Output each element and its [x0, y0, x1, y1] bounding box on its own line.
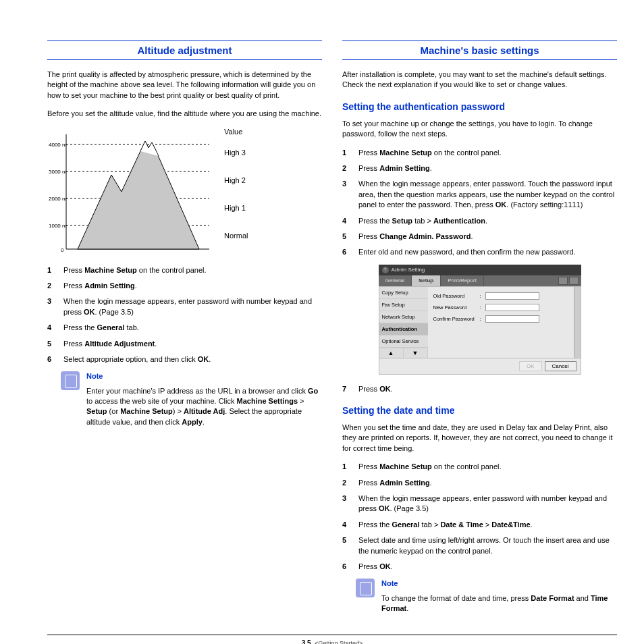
- ui-titlebar: ?Admin Setting: [379, 265, 581, 275]
- level-high2: High 2: [224, 176, 248, 185]
- two-column-layout: Altitude adjustment The print quality is…: [47, 41, 617, 614]
- svg-text:0: 0: [61, 247, 64, 253]
- side-authentication: Authentication: [379, 323, 428, 336]
- auth-password-intro: To set your machine up or change the set…: [342, 119, 617, 140]
- ui-sidebar: Copy Setup Fax Setup Network Setup Authe…: [379, 287, 428, 358]
- tab-print-report: Print/Report: [441, 275, 484, 286]
- confirm-password-label: Confirm Password: [433, 316, 477, 322]
- auth-password-title: Setting the authentication password: [342, 101, 617, 112]
- svg-text:1000 m: 1000 m: [49, 223, 67, 229]
- page: Altitude adjustment The print quality is…: [0, 0, 644, 644]
- toolbar-icon: [558, 277, 568, 285]
- step: 4Press the General tab.: [47, 323, 322, 333]
- confirm-password-input: [485, 315, 539, 323]
- altitude-section-title: Altitude adjustment: [47, 41, 322, 60]
- note-icon: [356, 579, 375, 597]
- side-up-icon: ▲: [379, 348, 404, 358]
- left-column: Altitude adjustment The print quality is…: [47, 41, 322, 614]
- mountain-diagram: 4000 m 3000 m 2000 m 1000 m 0: [47, 128, 216, 256]
- datetime-steps: 1Press Machine Setup on the control pane…: [342, 462, 617, 572]
- side-network-setup: Network Setup: [379, 311, 428, 323]
- side-fax-setup: Fax Setup: [379, 299, 428, 311]
- note-text: Enter your machine's IP address as the U…: [86, 386, 322, 428]
- step: 2Press Admin Setting.: [47, 281, 322, 291]
- toolbar-icon: [569, 277, 579, 285]
- side-down-icon: ▼: [404, 348, 428, 358]
- altitude-steps: 1Press Machine Setup on the control pane…: [47, 265, 322, 365]
- level-normal: Normal: [224, 232, 248, 240]
- ui-tabs: General Setup Print/Report: [379, 275, 581, 286]
- footer-label: <Getting Started>: [315, 640, 363, 644]
- svg-text:3000 m: 3000 m: [49, 169, 67, 175]
- side-optional-service: Optional Service: [379, 336, 428, 348]
- help-icon: ?: [382, 267, 389, 273]
- altitude-intro-2: Before you set the altitude value, find …: [47, 109, 322, 119]
- footer-page: .5: [305, 639, 311, 644]
- value-labels: Value High 3 High 2 High 1 Normal: [224, 128, 248, 241]
- ui-scrollbar: [574, 287, 581, 358]
- value-header: Value: [224, 128, 248, 136]
- cancel-button: Cancel: [545, 361, 576, 371]
- altitude-intro-1: The print quality is affected by atmosph…: [47, 70, 322, 101]
- tab-general: General: [379, 275, 412, 286]
- note-title: Note: [381, 579, 617, 589]
- step: 5Press Altitude Adjustment.: [47, 339, 322, 349]
- new-password-label: New Password: [433, 304, 477, 311]
- step: 1Press Machine Setup on the control pane…: [47, 265, 322, 275]
- note-title: Note: [86, 371, 322, 381]
- ui-main-panel: Old Password: New Password: Confirm Pass…: [428, 287, 574, 358]
- altitude-note: Note Enter your machine's IP address as …: [61, 371, 322, 427]
- level-high1: High 1: [224, 204, 248, 213]
- svg-text:2000 m: 2000 m: [49, 196, 67, 202]
- right-column: Machine's basic settings After installat…: [342, 41, 617, 614]
- note-icon: [61, 371, 80, 390]
- svg-text:4000 m: 4000 m: [49, 142, 67, 148]
- datetime-note: Note To change the format of date and ti…: [356, 579, 617, 614]
- old-password-label: Old Password: [433, 293, 477, 299]
- tab-setup: Setup: [412, 275, 441, 286]
- date-time-title: Setting the date and time: [342, 405, 617, 416]
- level-high3: High 3: [224, 149, 248, 157]
- admin-setting-screenshot: ?Admin Setting General Setup Print/Repor…: [379, 265, 581, 375]
- auth-steps: 1Press Machine Setup on the control pane…: [342, 148, 617, 258]
- note-text: To change the format of date and time, p…: [381, 593, 617, 614]
- step: 3When the login message appears, enter p…: [47, 296, 322, 317]
- old-password-input: [485, 292, 539, 300]
- step: 6Select appropriate option, and then cli…: [47, 354, 322, 365]
- basic-settings-title: Machine's basic settings: [342, 41, 617, 60]
- ui-toolbar-icons: [556, 275, 581, 286]
- basic-settings-intro: After installation is complete, you may …: [342, 70, 617, 90]
- altitude-diagram: 4000 m 3000 m 2000 m 1000 m 0 Value High…: [47, 128, 322, 256]
- page-footer: 3.5 <Getting Started>: [47, 635, 617, 644]
- side-copy-setup: Copy Setup: [379, 287, 428, 299]
- new-password-input: [485, 304, 539, 311]
- date-time-intro: When you set the time and date, they are…: [342, 423, 617, 454]
- ok-button: OK: [519, 361, 542, 371]
